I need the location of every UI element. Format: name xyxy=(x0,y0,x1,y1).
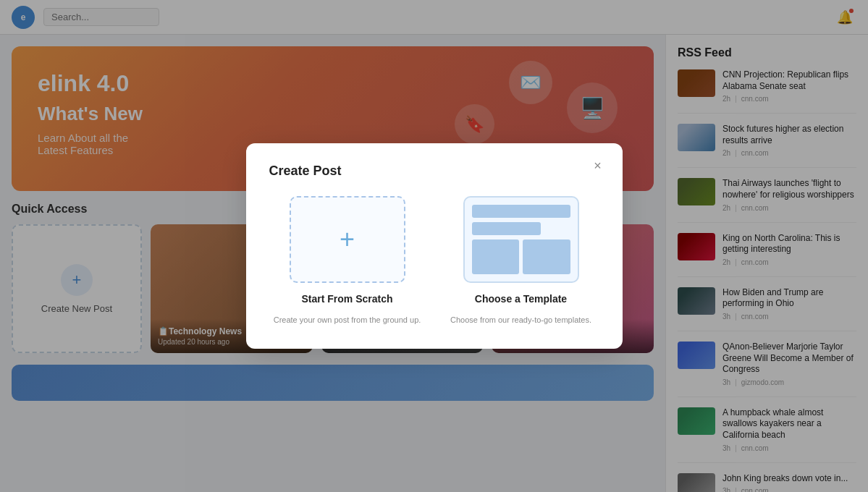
modal-options: + Start From Scratch Create your own pos… xyxy=(269,196,599,326)
choose-template-option[interactable]: Choose a Template Choose from our ready-… xyxy=(443,196,599,326)
start-from-scratch-option[interactable]: + Start From Scratch Create your own pos… xyxy=(269,196,426,326)
modal-overlay[interactable]: Create Post × + Start From Scratch Creat… xyxy=(0,0,868,492)
scratch-card: + xyxy=(290,196,405,283)
template-row xyxy=(472,239,570,274)
scratch-plus-icon: + xyxy=(340,224,355,255)
template-desc: Choose from our ready-to-go templates. xyxy=(450,315,591,326)
template-bar-mid xyxy=(472,222,541,235)
modal-title: Create Post xyxy=(269,164,599,179)
template-block-right xyxy=(523,239,570,274)
modal-close-button[interactable]: × xyxy=(588,156,608,177)
scratch-desc: Create your own post from the ground up. xyxy=(274,315,421,326)
template-card xyxy=(463,196,579,283)
scratch-title: Start From Scratch xyxy=(301,293,392,305)
template-title: Choose a Template xyxy=(475,293,567,305)
template-block-left xyxy=(472,239,520,274)
create-post-modal: Create Post × + Start From Scratch Creat… xyxy=(246,143,623,349)
template-bar-top xyxy=(472,205,570,218)
